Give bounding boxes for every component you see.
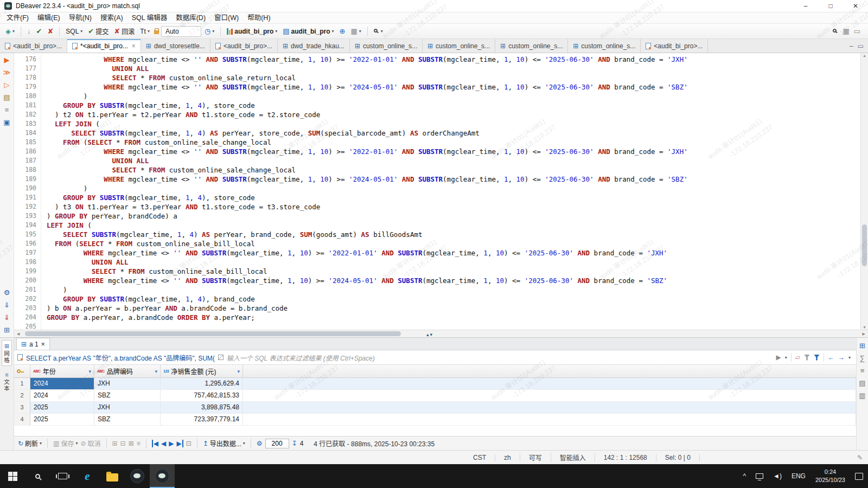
network-tray-button[interactable] [751,464,768,488]
scroll-right-icon[interactable]: ▶ [861,330,867,337]
add-row-icon[interactable]: ⊞ [112,440,118,447]
row-number[interactable]: 1 [14,378,30,389]
minimize-button[interactable]: – [793,0,818,12]
maximize-editor-icon[interactable]: ▭ [858,42,864,50]
next-row-icon[interactable]: ▶ [169,440,174,447]
editor-tab[interactable]: <audit_bi_pro>... [210,39,278,53]
table-row[interactable]: 12024JXH1,295,629.4 [14,378,856,390]
splitter-handle-icon[interactable]: ▴▾ [426,332,433,337]
delete-row-icon[interactable]: ⊠ [129,440,134,447]
sort-icon[interactable]: ▾ [88,369,91,374]
panel-references-icon[interactable]: ▥ [859,392,865,400]
duplicate-row-icon[interactable]: ⊟ [120,440,126,447]
internet-explorer-button[interactable]: e [75,464,100,488]
taskbar-search-button[interactable] [25,464,50,488]
table-row[interactable]: 22024SBZ757,462,815.33 [14,390,856,402]
menubar-item[interactable]: 文件(F) [2,12,33,24]
panel-value-viewer-icon[interactable]: ▤ [859,380,865,387]
quick-search-icon[interactable] [833,29,837,33]
grid-cell[interactable]: 2025 [30,414,94,425]
search-button[interactable]: ▾ [372,28,385,35]
row-number[interactable]: 2 [14,390,30,401]
column-header[interactable]: ABC年份▾ [30,365,94,377]
menubar-item[interactable]: 窗口(W) [210,12,243,24]
editor-tab[interactable]: ⊞custom_online_s... [350,39,423,53]
scroll-left-icon[interactable]: ◀ [15,330,21,337]
history-forward-icon[interactable]: → [838,354,845,361]
edit-menu-icon[interactable]: ≡ [137,440,141,447]
panel-metadata-icon[interactable]: ≡ [860,367,865,375]
maximize-button[interactable]: □ [818,0,843,12]
connection-plug-button[interactable]: ◈ ▾ [3,27,17,36]
grid-cell[interactable]: JXH [94,378,161,389]
schema-button[interactable]: ▦ ▾ [349,27,363,36]
menubar-item[interactable]: 编辑(E) [33,12,65,24]
grid-cell[interactable]: SBZ [94,414,161,425]
grid-cell[interactable]: SBZ [94,390,161,401]
explain-plan-icon[interactable]: ▤ [3,94,10,101]
panel-calc-icon[interactable]: ∑ [860,355,865,362]
data-transfer-icon[interactable]: ⇓ [4,314,10,322]
apply-filter-icon[interactable]: ▶ [776,354,781,361]
open-perspective-icon[interactable]: ▦ [843,28,849,35]
action-center-button[interactable] [850,464,868,488]
volume-tray-button[interactable]: ◄) [768,464,787,488]
grid-cell[interactable]: 2024 [30,378,94,389]
vscroll-thumb[interactable] [862,224,867,266]
grid-cell[interactable]: 2025 [30,402,94,413]
last-row-icon[interactable]: ▶ [176,440,183,447]
clear-filter-icon[interactable] [804,355,810,361]
commit-icon-button[interactable]: ✔ [34,27,44,36]
results-view-tab-grid[interactable]: ⊞网格 [2,340,12,366]
result-grid-icon[interactable]: ⊞ [4,326,10,334]
start-button[interactable] [0,464,25,488]
history-button[interactable]: ◷ ▾ [202,27,216,36]
editor-layout-icon[interactable]: ▭ [854,28,860,35]
history-back-icon[interactable]: ← [828,354,834,361]
editor-vscrollbar[interactable]: ▲ ▼ [860,53,868,330]
rollback-icon-button[interactable]: ✘ [45,27,55,36]
panel-grid-icon[interactable]: ⊞ [859,342,865,350]
cancel-button[interactable]: ⊘ 取消 [80,439,100,448]
filter-icon[interactable] [814,355,820,361]
expand-filter-icon[interactable] [218,355,224,360]
editor-tab[interactable]: ⊞dwd_trade_hkau... [278,39,350,53]
export-data-button[interactable]: ↥ 导出数据... ▾ [203,439,245,448]
menubar-item[interactable]: 帮助(H) [243,12,275,24]
editor-tab[interactable]: <audit_bi_pro>... [0,39,67,53]
execute-statement-icon[interactable]: ▶ [4,56,10,64]
grid-cell[interactable]: 1,295,629.4 [161,378,243,389]
execute-new-tab-icon[interactable]: ▷ [4,81,10,89]
grid-cell[interactable]: 3,898,875.48 [161,402,243,413]
editor-tab[interactable]: ⊞custom_online_s... [423,39,495,53]
scroll-up-icon[interactable]: ▲ [861,54,868,57]
editor-tab[interactable]: ⊞dwd_storesettle... [141,39,210,53]
rollback-button[interactable]: ✘ 回滚 [112,25,137,37]
close-result-tab-icon[interactable]: × [41,341,45,348]
close-tab-icon[interactable]: × [132,42,136,50]
fetch-next-icon[interactable]: ↧ [292,440,297,447]
result-tab[interactable]: ⊞ a 1 × [16,338,50,350]
minimize-editor-icon[interactable]: – [850,42,853,50]
result-grid[interactable]: ABC年份▾ABC品牌编码▾123净销售金额 (元)▾12024JXH1,295… [14,365,856,436]
outline-icon[interactable]: ≡ [5,106,9,114]
grid-cell[interactable]: 723,397,779.14 [161,414,243,425]
commit-button[interactable]: ✔ 提交 [86,25,111,37]
link-editor-button[interactable]: ⊕ [337,27,348,36]
editor-tab[interactable]: <audit_bi_pro>... [641,39,708,53]
close-button[interactable]: ✕ [843,0,868,12]
filter-input[interactable]: 输入一个 SQL 表达式来过滤结果 (使用 Ctrl+Space) [227,353,773,362]
settings-icon[interactable]: ⚙ [4,289,10,297]
task-view-button[interactable] [50,464,75,488]
gear-icon[interactable]: ⚙ [257,440,263,447]
dbeaver-taskbar-button[interactable] [125,464,150,488]
grid-cell[interactable]: 757,462,815.33 [161,390,243,401]
tray-chevron-button[interactable]: ^ [738,464,751,488]
editor-tab[interactable]: *<audit_bi_pro...× [67,39,141,53]
sort-icon[interactable]: ▾ [237,369,240,374]
grid-cell[interactable]: 2024 [30,390,94,401]
chevron-down-icon[interactable]: ▾ [848,355,851,360]
language-indicator[interactable]: ENG [787,464,810,488]
dbeaver-taskbar-button-active[interactable] [150,464,175,488]
results-view-tab-text[interactable]: ≡文本 [2,369,11,394]
